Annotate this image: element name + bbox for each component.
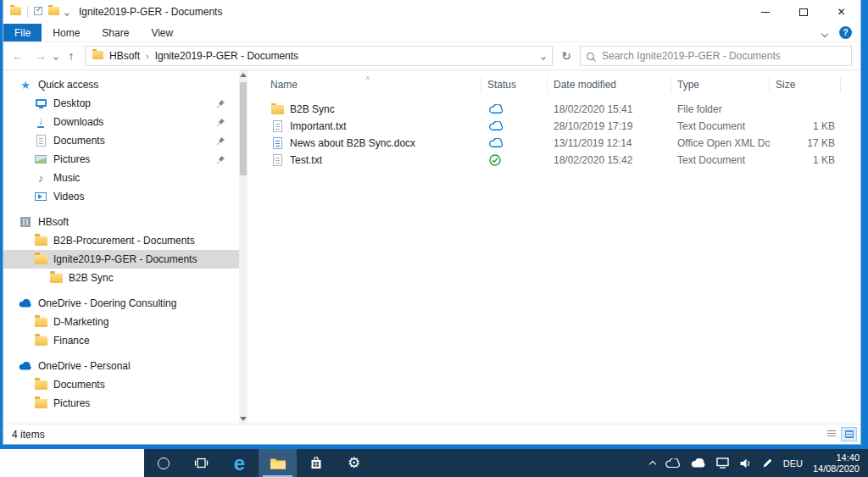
sidebar-item-label: Desktop — [53, 97, 91, 109]
system-tray: DEU 14:40 14/08/2020 — [650, 452, 868, 474]
sidebar-item-label: OneDrive - Personal — [38, 360, 131, 372]
sidebar-item-quick-access[interactable]: ★Quick access — [3, 75, 239, 94]
new-folder-icon[interactable] — [48, 6, 59, 18]
sidebar-item-documents[interactable]: Documents — [3, 131, 239, 150]
taskbar-clock[interactable]: 14:40 14/08/2020 — [813, 452, 860, 474]
view-toggles — [823, 427, 857, 441]
back-button[interactable]: ← — [8, 49, 27, 63]
cortana-icon — [158, 458, 170, 469]
explorer-content: ★Quick accessDesktop ↓Downloads Document… — [3, 70, 860, 424]
column-header-type[interactable]: Type — [671, 77, 770, 92]
address-dropdown-icon[interactable] — [542, 50, 545, 62]
sidebar-item-onedrive-personal[interactable]: OneDrive - Personal — [3, 357, 239, 375]
sidebar-item-d-marketing[interactable]: D-Marketing — [3, 313, 239, 331]
sidebar-item-pictures[interactable]: Pictures — [3, 150, 239, 169]
file-type: Office Open XML Do... — [671, 137, 770, 149]
list-view-button[interactable] — [823, 427, 839, 441]
location-folder-icon — [92, 50, 103, 62]
minimize-button[interactable] — [746, 0, 784, 24]
ribbon-tab-share[interactable]: Share — [91, 24, 140, 42]
sidebar-item-documents[interactable]: Documents — [3, 375, 239, 394]
file-status — [481, 104, 548, 114]
ribbon-tab-home[interactable]: Home — [42, 24, 91, 42]
language-indicator[interactable]: DEU — [783, 458, 803, 469]
ribbon-tab-view[interactable]: View — [140, 24, 184, 42]
sidebar-item-ignite2019-p-ger-documents[interactable]: Ignite2019-P-GER - Documents — [3, 250, 239, 269]
pin-icon — [216, 99, 225, 108]
column-header-name[interactable]: Name^ — [264, 77, 481, 92]
details-view-button[interactable] — [841, 427, 857, 441]
file-date-modified: 28/10/2019 17:19 — [548, 120, 671, 132]
breadcrumb-item[interactable]: HBsoft — [109, 50, 140, 62]
file-row-news-about-b2b-sync-docx[interactable]: News about B2B Sync.docx 13/11/2019 12:1… — [264, 135, 860, 152]
sidebar-item-downloads[interactable]: ↓Downloads — [3, 113, 239, 131]
search-input[interactable] — [600, 49, 845, 63]
scroll-up-icon[interactable] — [240, 73, 247, 77]
search-box[interactable] — [580, 46, 852, 66]
task-view-button[interactable] — [182, 449, 220, 477]
properties-icon[interactable] — [34, 6, 42, 18]
close-button[interactable]: ✕ — [822, 0, 860, 24]
cloud-icon — [19, 299, 32, 308]
column-header-status[interactable]: Status — [481, 77, 548, 92]
volume-icon[interactable] — [739, 458, 752, 469]
desktop: Ignite2019-P-GER - Documents ✕ FileHomeS… — [0, 0, 868, 477]
sidebar-item-music[interactable]: ♪Music — [3, 169, 239, 187]
music-icon: ♪ — [34, 173, 47, 184]
cloud-icon — [19, 362, 32, 371]
status-bar: 4 items — [3, 424, 860, 444]
sidebar-item-finance[interactable]: Finance — [3, 331, 239, 350]
pen-icon[interactable] — [762, 458, 773, 469]
sidebar-item-desktop[interactable]: Desktop — [3, 94, 239, 113]
file-row-b2b-sync[interactable]: B2B Sync 18/02/2020 15:41File folder — [264, 101, 860, 118]
status-cloud-icon — [489, 138, 504, 148]
star-icon: ★ — [19, 80, 32, 91]
file-date-modified: 18/02/2020 15:41 — [548, 103, 671, 115]
address-bar[interactable]: HBsoft›Ignite2019-P-GER - Documents — [85, 46, 553, 66]
ribbon-tab-file[interactable]: File — [3, 24, 42, 42]
file-type: File folder — [671, 103, 770, 115]
file-status — [481, 138, 548, 148]
folder-icon — [49, 274, 63, 283]
sidebar-item-b2b-sync[interactable]: B2B Sync — [3, 269, 239, 287]
maximize-button[interactable] — [784, 0, 822, 24]
scrollbar-thumb[interactable] — [240, 82, 247, 175]
sidebar-item-pictures[interactable]: Pictures — [3, 394, 239, 413]
up-button[interactable]: ↑ — [62, 49, 81, 63]
expand-ribbon-chevron-icon[interactable] — [822, 27, 827, 39]
file-list-pane: Name^StatusDate modifiedTypeSize B2B Syn… — [248, 70, 860, 424]
onedrive-cloud-outline-icon[interactable] — [665, 458, 681, 469]
sidebar-item-b2b-procurement-documents[interactable]: B2B-Procurement - Documents — [3, 231, 239, 250]
refresh-button[interactable]: ↻ — [557, 49, 576, 63]
sidebar-item-videos[interactable]: Videos — [3, 187, 239, 206]
sidebar-item-onedrive-doering-consulting[interactable]: OneDrive - Doering Consulting — [3, 294, 239, 313]
cortana-button[interactable] — [144, 449, 182, 477]
taskbar-search-box[interactable] — [0, 449, 144, 477]
sidebar-item-hbsoft[interactable]: HBsoft — [3, 213, 239, 231]
maximize-icon — [799, 8, 808, 16]
store-button[interactable] — [297, 449, 335, 477]
column-header-size[interactable]: Size — [770, 77, 841, 92]
recent-locations-chevron-icon[interactable] — [54, 50, 58, 62]
txt-icon — [270, 120, 284, 132]
settings-button[interactable]: ⚙ — [335, 449, 373, 477]
edge-button[interactable]: e — [220, 449, 259, 477]
column-header-date-modified[interactable]: Date modified — [548, 77, 671, 92]
breadcrumb-item[interactable]: Ignite2019-P-GER - Documents — [155, 50, 298, 62]
file-type: Text Document — [671, 154, 770, 166]
forward-button[interactable]: → — [31, 49, 50, 63]
ribbon-tab-bar: FileHomeShareView ? — [3, 24, 860, 42]
network-icon[interactable] — [716, 458, 729, 469]
file-row-important-txt[interactable]: Important.txt 28/10/2019 17:19Text Docum… — [264, 118, 860, 135]
customize-qat-chevron-icon[interactable] — [65, 6, 69, 18]
show-hidden-icons-chevron-icon[interactable] — [650, 458, 655, 469]
onedrive-cloud-filled-icon[interactable] — [691, 458, 706, 469]
sidebar-item-label: Downloads — [53, 116, 103, 128]
file-row-test-txt[interactable]: Test.txt 18/02/2020 15:42Text Document1 … — [264, 152, 860, 169]
navigation-scrollbar[interactable] — [239, 70, 248, 424]
help-icon[interactable]: ? — [839, 26, 852, 39]
edge-icon: e — [234, 453, 245, 474]
quick-access-toolbar — [3, 6, 69, 18]
scroll-down-icon[interactable] — [240, 417, 247, 421]
file-explorer-button[interactable] — [259, 449, 297, 477]
